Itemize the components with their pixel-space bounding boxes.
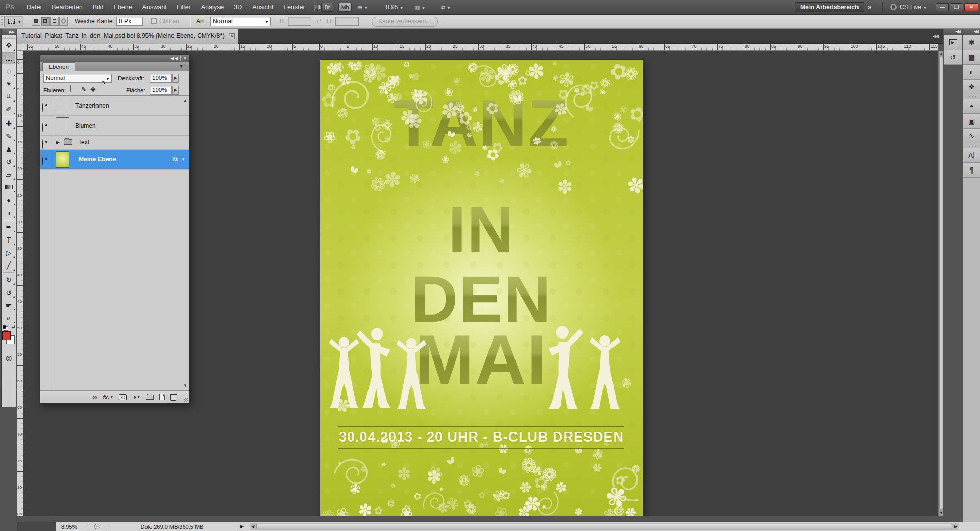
gradient-tool[interactable] <box>2 181 16 194</box>
history-brush-tool[interactable]: ↺ <box>2 155 16 168</box>
tools-collapse-chevrons[interactable]: ▶▶ <box>2 29 16 35</box>
healing-brush-tool[interactable]: ✚ <box>2 117 16 130</box>
panel-collapse-icon[interactable]: ◀◀ <box>170 56 178 61</box>
new-group-icon[interactable] <box>146 395 154 400</box>
close-tab-icon[interactable]: ✕ <box>229 33 235 39</box>
panel-menu-icon[interactable]: ▼≡ <box>179 63 187 69</box>
panel-resize-grip[interactable] <box>184 398 188 402</box>
antialias-checkbox[interactable] <box>151 18 157 24</box>
selection-mode-intersect-button[interactable] <box>59 17 68 26</box>
mini-bridge-button[interactable]: Mb <box>338 3 352 12</box>
vertical-scrollbar[interactable]: ▲ ▼ <box>938 51 943 516</box>
layer-row-t-nzerinnen[interactable]: Tänzerinnen <box>40 96 189 116</box>
zoom-level-display[interactable]: 8,95 ▼ <box>386 4 404 12</box>
adjustment-layer-icon[interactable]: ◑▼ <box>132 393 140 401</box>
bridge-button[interactable]: Br <box>321 3 333 12</box>
horizontal-scroll-thumb[interactable] <box>256 524 952 529</box>
menu-3d[interactable]: 3D <box>229 0 247 15</box>
layer-thumbnail[interactable] <box>56 98 69 114</box>
layer-fx-badge[interactable]: fx <box>173 156 178 163</box>
lock-position-icon[interactable]: ✥ <box>90 86 96 93</box>
link-layers-icon[interactable]: ∞ <box>92 394 97 400</box>
dodge-tool[interactable]: ◑ <box>2 206 16 219</box>
tools-grip[interactable] <box>2 35 16 39</box>
rectangular-marquee-tool[interactable] <box>2 52 16 64</box>
tab-ebenen[interactable]: Ebenen <box>42 62 75 71</box>
minimize-button[interactable]: — <box>936 3 949 11</box>
style-select[interactable]: Normal▼ <box>210 17 271 26</box>
poster-canvas[interactable]: TANZINDENMAI ❁✽✾✿✿❁✾❀✾✿✽✿✽✾✽❀✿❁✽❀❀✾✽❀❀❁❀… <box>320 60 643 516</box>
workspace-overflow-chevrons[interactable]: » <box>868 3 870 11</box>
vertical-scroll-thumb[interactable] <box>939 57 943 509</box>
menu-ebene[interactable]: Ebene <box>109 0 137 15</box>
tool-preset-picker[interactable]: ▼ <box>4 16 23 27</box>
lasso-tool[interactable]: ◌ <box>2 64 16 77</box>
crop-tool[interactable]: ⌗ <box>2 90 16 103</box>
delete-layer-icon[interactable] <box>170 394 176 401</box>
history-panel-icon[interactable]: ↺ <box>944 50 962 65</box>
masks-panel-icon[interactable]: ▣ <box>963 114 980 129</box>
new-layer-icon[interactable] <box>159 394 165 400</box>
line-tool[interactable]: ╱ <box>2 259 16 272</box>
selection-mode-add-button[interactable] <box>41 17 50 26</box>
path-selection-tool[interactable]: ▷ <box>2 246 16 259</box>
layer-thumbnail[interactable] <box>56 117 69 134</box>
horizontal-scrollbar[interactable]: ◀ ▶ <box>250 523 959 530</box>
eraser-tool[interactable]: ▱ <box>2 168 16 181</box>
swap-colors-icon[interactable]: ⇄ <box>11 324 15 329</box>
swatches-panel-icon[interactable]: ▦ <box>963 50 980 65</box>
view-extras-icon[interactable]: ▤ ▼ <box>357 4 368 12</box>
tabbar-collapse-chevrons[interactable]: ◀◀ <box>933 33 938 39</box>
status-menu-arrow-icon[interactable]: ▶ <box>240 524 244 529</box>
orbit-3d-tool[interactable]: ↺ <box>2 286 16 299</box>
opacity-value[interactable]: 100% <box>150 74 172 83</box>
layer-thumbnail[interactable] <box>56 151 69 168</box>
screen-mode-icon[interactable]: ⧉ ▼ <box>441 4 451 12</box>
menu-fenster[interactable]: Fenster <box>278 0 310 15</box>
options-grip[interactable] <box>1 16 3 27</box>
layer-visibility-toggle[interactable] <box>42 157 43 166</box>
restore-button[interactable]: ❐ <box>950 3 963 11</box>
arrange-documents-icon[interactable]: ▥ ▼ <box>414 4 425 12</box>
pen-tool[interactable]: ✒ <box>2 221 16 233</box>
dock-collapse-chevrons[interactable]: ◀◀ <box>944 29 962 35</box>
menu-ansicht[interactable]: Ansicht <box>247 0 278 15</box>
move-tool[interactable]: ✥ <box>2 39 16 52</box>
hand-tool[interactable]: ☛ <box>2 299 16 311</box>
opacity-spinner[interactable]: ▶ <box>172 74 179 83</box>
layer-visibility-toggle[interactable] <box>42 123 43 132</box>
styles-panel-icon[interactable]: ❖ <box>963 80 980 94</box>
fx-expander-icon[interactable]: ▼ <box>181 157 185 162</box>
layer-row-blumen[interactable]: Blumen <box>40 116 189 136</box>
fill-value[interactable]: 100% <box>150 86 172 95</box>
layers-panel-dragbar[interactable]: ◀◀ | ✕ <box>40 55 189 62</box>
layer-style-icon[interactable]: fx.▼ <box>103 394 113 400</box>
scroll-up-icon[interactable]: ▲ <box>939 52 943 55</box>
eyedropper-tool[interactable]: ✐ <box>2 103 16 115</box>
menu-datei[interactable]: Datei <box>21 0 46 15</box>
default-colors-icon[interactable] <box>3 325 6 329</box>
menu-analyse[interactable]: Analyse <box>196 0 229 15</box>
clone-stamp-tool[interactable]: ♟ <box>2 142 16 155</box>
cs-live-menu[interactable]: CS Live ▼ <box>900 4 927 11</box>
panel-close-icon[interactable]: ✕ <box>183 56 187 61</box>
3d-panel-icon[interactable]: ◓ <box>963 99 980 114</box>
menu-bild[interactable]: Bild <box>88 0 109 15</box>
rotate-3d-tool[interactable]: ↻ <box>2 273 16 286</box>
document-tab[interactable]: Tutorial_Plakat_Tanz_in_den_Mai.psd bei … <box>17 29 238 44</box>
selection-mode-new-button[interactable] <box>32 17 40 26</box>
layer-visibility-toggle[interactable] <box>42 140 43 149</box>
layer-visibility-toggle[interactable] <box>42 103 43 112</box>
scroll-down-icon[interactable]: ▼ <box>939 511 943 515</box>
layer-row-meine-ebene[interactable]: Meine Ebenefx▼ <box>40 150 189 170</box>
scroll-left-icon[interactable]: ◀ <box>251 524 254 529</box>
character-panel-icon[interactable]: A| <box>963 148 980 163</box>
quick-mask-button[interactable]: ◎ <box>2 352 16 364</box>
dock-collapse-chevrons[interactable]: ◀◀ <box>963 29 980 35</box>
adjustments-panel-icon[interactable]: ◐ <box>963 65 980 80</box>
feather-input[interactable] <box>116 17 143 26</box>
paths-panel-icon[interactable]: ∿ <box>963 129 980 143</box>
lock-pixels-icon[interactable]: ✎ <box>81 86 87 93</box>
blur-tool[interactable]: ♦ <box>2 194 16 206</box>
zoom-tool[interactable]: ⌕ <box>2 311 16 324</box>
